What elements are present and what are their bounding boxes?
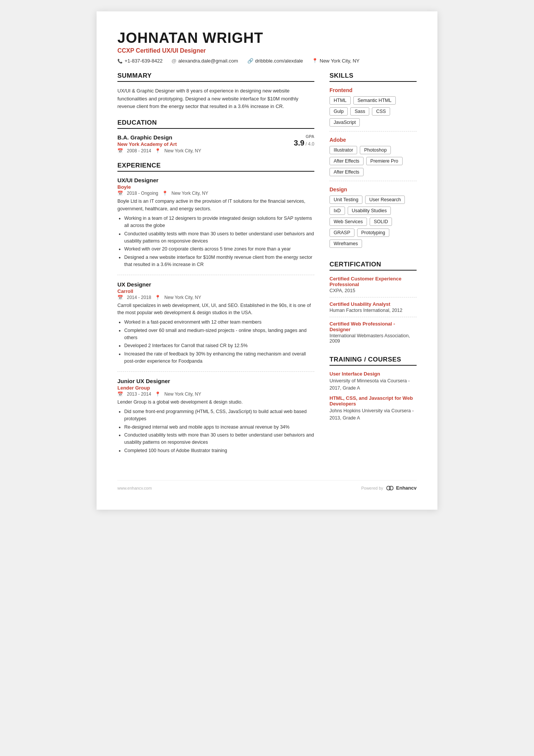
experience-entry-1: UX Designer Carroll 📅 2014 - 2018 📍 New … [117, 281, 314, 372]
edu-loc-icon: 📍 [155, 148, 161, 153]
training-name-0: User Interface Design [329, 371, 417, 377]
training-detail-0: University of Minnesota via Coursera - 2… [329, 377, 417, 392]
exp-company-2: Lender Group [117, 385, 314, 391]
training-entry-0: User Interface Design University of Minn… [329, 371, 417, 392]
summary-title: SUMMARY [117, 72, 314, 82]
skills-cat-adobe-title: Adobe [329, 137, 417, 143]
cert-entry-2: Certified Web Professional - Designer In… [329, 321, 417, 347]
exp-meta-2: 📅 2013 - 2014 📍 New York City, NY [117, 391, 314, 397]
skill-css: CSS [372, 107, 390, 116]
edu-meta: 📅 2008 - 2014 📍 New York City, NY [117, 148, 288, 153]
exp-years-0: 2018 - Ongoing [127, 191, 158, 196]
website-icon: 🔗 [247, 58, 253, 64]
bullet-0-2: Worked with over 20 corporate clients ac… [124, 246, 314, 253]
cert-name-1: Certified Usability Analyst [329, 301, 417, 307]
phone-value: +1-837-639-8422 [125, 58, 162, 64]
location-icon: 📍 [312, 58, 318, 63]
skills-section: SKILLS Frontend HTML Semantic HTML Gulp … [329, 72, 417, 252]
exp-cal-icon-1: 📅 [117, 295, 123, 300]
skill-semantic-html: Semantic HTML [353, 96, 396, 105]
exp-loc-icon-2: 📍 [155, 391, 161, 397]
skill-after-effects-2: After Effects [329, 168, 364, 176]
cert-detail-1: Human Factors International, 2012 [329, 308, 417, 313]
footer-right: Powered by Enhancv [361, 485, 417, 491]
right-column: SKILLS Frontend HTML Semantic HTML Gulp … [329, 72, 417, 469]
email-contact: @ alexandra.dale@gmail.com [172, 58, 238, 64]
skill-gulp: Gulp [329, 107, 348, 116]
contact-info: +1-837-639-8422 @ alexandra.dale@gmail.c… [117, 58, 417, 64]
exp-title-1: UX Designer [117, 281, 314, 288]
skill-ixd: IxD [329, 207, 345, 215]
email-icon: @ [172, 58, 176, 64]
edu-left: B.A. Graphic Design New York Academy of … [117, 134, 288, 153]
header: JOHNATAN WRIGHT CCXP Certified UX/UI Des… [117, 30, 417, 64]
footer-left: www.enhancv.com [117, 486, 152, 490]
exp-title-2: Junior UX Designer [117, 378, 314, 384]
exp-location-2: New York City, NY [164, 391, 201, 397]
location-contact: 📍 New York City, NY [312, 58, 359, 64]
website-value: dribbble.com/alexdale [255, 58, 303, 64]
experience-title: EXPERIENCE [117, 162, 314, 172]
exp-meta-0: 📅 2018 - Ongoing 📍 New York City, NY [117, 191, 314, 196]
exp-company-0: Boyle [117, 184, 314, 190]
bullet-1-3: Increased the rate of feedback by 30% by… [124, 351, 314, 365]
experience-entry-0: UX/UI Designer Boyle 📅 2018 - Ongoing 📍 … [117, 177, 314, 275]
skill-solid: SOLID [370, 218, 392, 226]
edu-top: B.A. Graphic Design New York Academy of … [117, 134, 314, 153]
exp-years-1: 2014 - 2018 [127, 295, 151, 300]
resume-page: JOHNATAN WRIGHT CCXP Certified UX/UI Des… [97, 11, 437, 510]
skill-unit-testing: Unit Testing [329, 196, 362, 204]
skills-title: SKILLS [329, 72, 417, 82]
bullet-0-0: Working in a team of 12 designers to pro… [124, 215, 314, 230]
training-entry-1: HTML, CSS, and Javascript for Web Develo… [329, 395, 417, 422]
training-title: TRAINING / COURSES [329, 356, 417, 366]
exp-desc-0: Boyle Ltd is an IT company active in the… [117, 198, 314, 213]
cert-name-2: Certified Web Professional - Designer [329, 321, 417, 332]
summary-text: UX/UI & Graphic Designer with 8 years of… [117, 87, 314, 111]
skill-usability-studies: Usability Studies [348, 207, 391, 215]
phone-icon [117, 58, 123, 64]
exp-bullets-1: Worked in a fast-paced environment with … [117, 319, 314, 365]
edu-school: New York Academy of Art [117, 141, 288, 147]
certification-title: CERTIFICATION [329, 261, 417, 271]
skill-web-services: Web Services [329, 218, 367, 226]
bullet-2-3: Completed 100 hours of Adobe Illustrator… [124, 447, 314, 454]
bullet-1-2: Developed 2 Interfaces for Carroll that … [124, 342, 314, 349]
gpa-label: GPA [288, 134, 314, 139]
powered-by-label: Powered by [361, 486, 383, 490]
gpa-value: 3.9 [294, 139, 304, 147]
bullet-0-1: Conducted usability tests with more than… [124, 230, 314, 245]
exp-meta-1: 📅 2014 - 2018 📍 New York City, NY [117, 295, 314, 300]
bullet-2-1: Re-designed internal web and mobile apps… [124, 424, 314, 431]
summary-section: SUMMARY UX/UI & Graphic Designer with 8 … [117, 72, 314, 111]
skill-wireframes: Wireframes [329, 239, 362, 248]
exp-bullets-0: Working in a team of 12 designers to pro… [117, 215, 314, 269]
exp-desc-1: Carroll specializes in web development, … [117, 302, 314, 317]
edu-location: New York City, NY [164, 148, 201, 153]
exp-location-0: New York City, NY [172, 191, 208, 196]
bullet-0-3: Designed a new website interface for $10… [124, 254, 314, 269]
edu-degree: B.A. Graphic Design [117, 134, 288, 141]
location-value: New York City, NY [320, 58, 359, 64]
skills-cat-frontend-title: Frontend [329, 87, 417, 93]
brand-name: Enhancv [396, 485, 417, 491]
exp-title-0: UX/UI Designer [117, 177, 314, 183]
skill-sass: Sass [350, 107, 369, 116]
candidate-name: JOHNATAN WRIGHT [117, 30, 417, 46]
certification-section: CERTIFICATION Certified Customer Experie… [329, 261, 417, 347]
training-name-1: HTML, CSS, and Javascript for Web Develo… [329, 395, 417, 407]
experience-entry-2: Junior UX Designer Lender Group 📅 2013 -… [117, 378, 314, 461]
education-entry-0: B.A. Graphic Design New York Academy of … [117, 134, 314, 153]
skill-prototyping: Prototyping [357, 229, 389, 237]
exp-location-1: New York City, NY [164, 295, 201, 300]
skills-tags-design: Unit Testing User Research IxD Usability… [329, 196, 417, 248]
skill-after-effects-1: After Effects [329, 157, 364, 165]
phone-contact: +1-837-639-8422 [117, 58, 162, 64]
bullet-1-0: Worked in a fast-paced environment with … [124, 319, 314, 326]
cert-detail-2: International Webmasters Association, 20… [329, 333, 417, 344]
bullet-1-1: Completed over 60 small and medium-sized… [124, 327, 314, 342]
edu-cal-icon: 📅 [117, 148, 123, 153]
website-contact: 🔗 dribbble.com/alexdale [247, 58, 303, 64]
exp-loc-icon-0: 📍 [162, 191, 168, 196]
skill-user-research: User Research [365, 196, 405, 204]
